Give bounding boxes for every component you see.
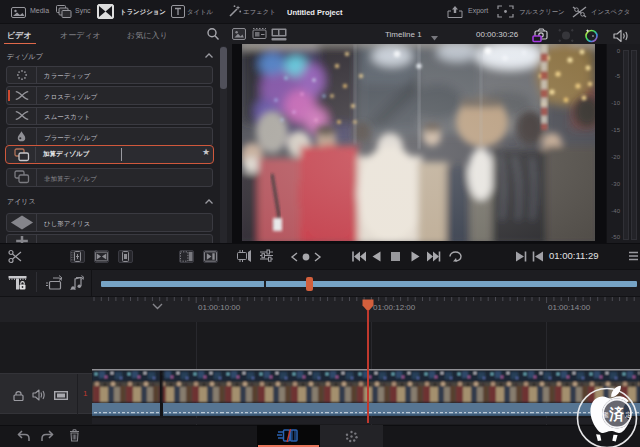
svg-text:定: 定 <box>625 411 632 419</box>
svg-text:済: 済 <box>609 405 625 422</box>
svg-text:鑑: 鑑 <box>602 411 609 418</box>
